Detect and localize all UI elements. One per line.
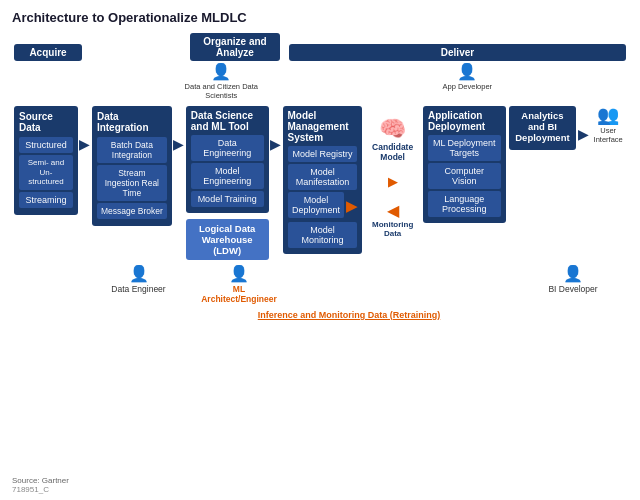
ds-item-engineering: Data Engineering xyxy=(191,135,264,161)
source-item-streaming: Streaming xyxy=(19,192,73,208)
inference-label: Inference and Monitoring Data (Retrainin… xyxy=(152,310,546,320)
arrow-source-to-integration: ▶ xyxy=(79,136,90,152)
user-interface-person: 👥 User Interface xyxy=(590,106,626,144)
model-item-manifestation: Model Manifestation xyxy=(288,164,358,190)
monitoring-label: Monitoring Data xyxy=(365,220,420,238)
orange-arrow-deployment: ▶ xyxy=(346,198,357,214)
model-col: Model Management System Model Registry M… xyxy=(283,106,363,254)
app-item-ml: ML Deployment Targets xyxy=(428,135,501,161)
candidate-label: Candidate Model xyxy=(365,142,420,162)
arrow-to-ui: ▶ xyxy=(578,126,589,142)
section-deliver-header: Deliver xyxy=(289,44,626,61)
model-item-registry: Model Registry xyxy=(288,146,358,162)
organize-col: Data Science and ML Tool Data Engineerin… xyxy=(186,106,269,260)
monitoring-icon: ◀ xyxy=(387,201,399,220)
source-item-structured: Structured xyxy=(19,137,73,153)
arrow-organize-to-model: ▶ xyxy=(270,136,281,152)
integration-item-batch: Batch Data Integration xyxy=(97,137,167,163)
orange-arrow-up-candidate: ▶ xyxy=(388,174,398,189)
model-item-monitoring: Model Monitoring xyxy=(288,222,358,248)
integration-item-stream: Stream Ingestion Real Time xyxy=(97,165,167,201)
ds-title: Data Science and ML Tool xyxy=(191,110,264,132)
candidate-col: 🧠 Candidate Model ▶ ◀ Monitoring Data xyxy=(365,106,420,238)
model-item-deployment: Model Deployment xyxy=(288,192,345,218)
analytics-col: Analytics and BI Deployment xyxy=(509,106,577,150)
app-item-cv: Computer Vision xyxy=(428,163,501,189)
brain-icon: 🧠 xyxy=(379,116,406,142)
ldw-box: Logical Data Warehouse (LDW) xyxy=(186,219,269,260)
integration-title: Data Integration xyxy=(97,111,167,133)
analytics-title: Analytics and BI Deployment xyxy=(514,110,572,143)
citizen-scientists-label: 👤 Data and Citizen Data Scientists xyxy=(179,64,263,100)
model-title: Model Management System xyxy=(288,110,358,143)
source-label: Source: Gartner xyxy=(12,476,69,485)
code-label: 718951_C xyxy=(12,485,69,494)
app-title: Application Deployment xyxy=(428,110,501,132)
app-item-nlp: Language Processing xyxy=(428,191,501,217)
ds-item-training: Model Training xyxy=(191,191,264,207)
bi-developer-person: 👤 BI Developer xyxy=(548,266,597,294)
integration-item-message: Message Broker xyxy=(97,203,167,219)
source-data-col: Source Data Structured Semi- and Un-stru… xyxy=(14,106,78,215)
source-title: Source Data xyxy=(19,111,73,133)
integration-col: Data Integration Batch Data Integration … xyxy=(92,106,172,226)
ldw-title: Logical Data Warehouse (LDW) xyxy=(191,223,264,256)
app-developer-person: 👤 App Developer xyxy=(442,64,492,100)
arrow-integration-to-organize: ▶ xyxy=(173,136,184,152)
section-acquire-header: Acquire xyxy=(14,44,82,61)
ui-col: 👥 User Interface xyxy=(590,106,626,148)
data-engineer-person: 👤 Data Engineer xyxy=(111,266,165,294)
source-item-semi: Semi- and Un-structured xyxy=(19,155,73,190)
ml-architect-person: 👤 ML Architect/Engineer xyxy=(195,266,283,304)
section-organize-header: Organize and Analyze xyxy=(190,33,280,61)
app-col: Application Deployment ML Deployment Tar… xyxy=(423,106,506,223)
ds-item-model-eng: Model Engineering xyxy=(191,163,264,189)
main-title: Architecture to Operationalize MLDLC xyxy=(12,10,628,25)
